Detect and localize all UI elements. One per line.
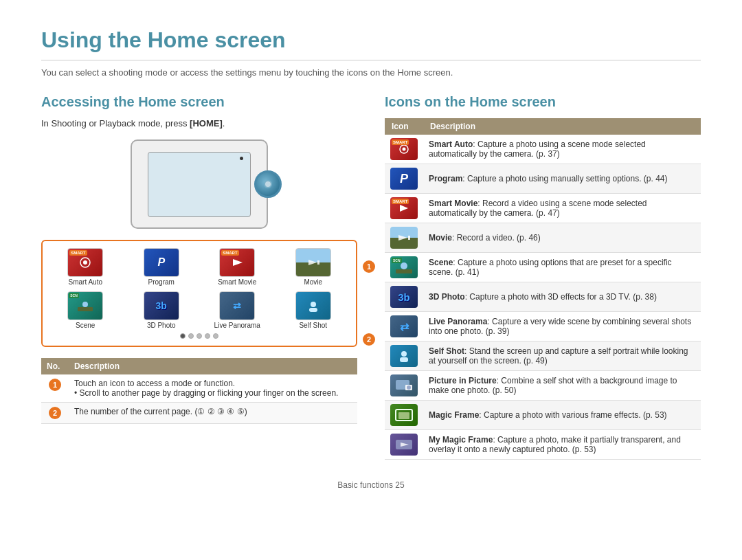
svg-rect-5: [78, 307, 93, 311]
icon-cell-smart-movie: SMART Smart Movie: [201, 248, 273, 286]
svg-point-7: [311, 302, 316, 307]
svg-point-10: [403, 148, 406, 151]
right-section: Icons on the Home screen Icon Descriptio…: [385, 94, 701, 460]
right-section-title: Icons on the Home screen: [385, 94, 701, 110]
home-screen-row2: SCN Scene 3b 3D Photo: [49, 291, 349, 329]
desc-pip: Picture in Picture: Combine a self shot …: [423, 371, 701, 401]
page-footer: Basic functions 25: [41, 480, 701, 490]
icon-cell-smart-auto: SMART Smart Auto: [49, 248, 122, 286]
svg-rect-13: [408, 236, 410, 240]
svg-rect-14: [396, 269, 412, 273]
desc-program: Program: Capture a photo using manually …: [423, 164, 701, 194]
desc-selfshot: Self Shot: Stand the screen up and captu…: [423, 341, 701, 371]
svg-point-16: [401, 351, 407, 357]
home-screen-row1: SMART Smart Auto P Program: [49, 248, 349, 286]
table-row: 3b 3D Photo: Capture a photo with 3D eff…: [385, 282, 701, 312]
camera-wheel: [254, 170, 282, 198]
desc-my-magic-frame: My Magic Frame: Capture a photo, make it…: [423, 430, 701, 460]
camera-screen: [148, 152, 251, 217]
icon-scene-img: SCN: [390, 256, 418, 278]
camera-wheel-inner: [264, 180, 272, 188]
row-num-1: 1: [41, 374, 69, 403]
table-row: SMART Smart Auto: Capture a photo using …: [385, 135, 701, 164]
icons-table-header-icon: Icon: [385, 118, 423, 135]
desc-scene: Scene: Capture a photo using options tha…: [423, 253, 701, 282]
icon-scene: SCN: [67, 291, 103, 320]
icon-label-smart-movie: Smart Movie: [218, 278, 256, 286]
icon-label-movie: Movie: [304, 278, 322, 286]
icons-table: Icon Description SMART Smart Auto: Captu…: [385, 118, 701, 460]
icon-selfshot: [295, 291, 331, 320]
icon-cell-panorama: ⇄ Live Panorama: [201, 291, 273, 329]
pagination-dots: [49, 333, 349, 339]
icon-program-img: P: [390, 168, 418, 190]
icon-label-3d: 3D Photo: [147, 322, 176, 329]
desc-panorama: Live Panorama: Capture a very wide scene…: [423, 312, 701, 341]
table-row: Picture in Picture: Combine a self shot …: [385, 371, 701, 401]
svg-marker-2: [233, 259, 243, 266]
svg-point-1: [83, 260, 87, 265]
table-row: SMART Smart Movie: Record a video using …: [385, 194, 701, 223]
desc-table-header-desc: Description: [69, 358, 357, 374]
icon-selfshot-img: [390, 345, 418, 367]
left-section: Accessing the Home screen In Shooting or…: [41, 94, 357, 424]
icon-cell-panorama: ⇄: [385, 312, 423, 341]
description-table: No. Description 1 Touch an icon to acces…: [41, 358, 357, 424]
icon-cell-scene: SCN: [385, 253, 423, 282]
left-section-title: Accessing the Home screen: [41, 94, 357, 110]
icon-cell-my-magic-frame: [385, 430, 423, 460]
svg-rect-8: [309, 308, 317, 312]
icon-cell-selfshot: [385, 341, 423, 371]
camera-body: [131, 139, 268, 229]
icon-3d: 3b: [144, 291, 179, 320]
icon-my-magic-frame-img: [390, 434, 418, 456]
row-desc-1: Touch an icon to access a mode or functi…: [69, 374, 357, 403]
table-row: SCN Scene: Capture a photo using options…: [385, 253, 701, 282]
icon-cell-selfshot: Self Shot: [278, 291, 350, 329]
callout-1: 1: [363, 260, 375, 273]
desc-movie: Movie: Record a video. (p. 46): [423, 223, 701, 253]
table-row: ⇄ Live Panorama: Capture a very wide sce…: [385, 312, 701, 341]
icon-cell-program: P: [385, 164, 423, 194]
svg-point-20: [407, 385, 411, 390]
icon-cell-3d: 3b 3D Photo: [126, 291, 198, 329]
desc-smart-auto: Smart Auto: Capture a photo using a scen…: [423, 135, 701, 164]
table-row: Magic Frame: Capture a photo with variou…: [385, 401, 701, 430]
callout-2: 2: [363, 333, 375, 346]
svg-marker-12: [398, 235, 407, 240]
icons-table-header-desc: Description: [423, 118, 701, 135]
row-desc-2: The number of the current page. (① ② ③ ④…: [69, 403, 357, 424]
row-num-2: 2: [41, 403, 69, 424]
icon-movie-img: [390, 227, 418, 249]
icon-cell-3d: 3b: [385, 282, 423, 312]
dot-5: [213, 333, 218, 339]
icon-label-program: Program: [148, 278, 175, 286]
icon-3d-img: 3b: [390, 286, 418, 308]
icon-movie: [295, 248, 331, 277]
footer-page-num: 25: [395, 480, 404, 490]
icon-program: P: [144, 248, 179, 277]
desc-3d: 3D Photo: Capture a photo with 3D effect…: [423, 282, 701, 312]
icon-cell-program: P Program: [126, 248, 198, 286]
dot-3: [196, 333, 202, 339]
dot-4: [205, 333, 210, 339]
icon-smart-movie: SMART: [219, 248, 255, 277]
desc-table-header-no: No.: [41, 358, 69, 374]
icon-cell-pip: [385, 371, 423, 401]
table-row: Self Shot: Stand the screen up and captu…: [385, 341, 701, 371]
dot-2: [188, 333, 194, 339]
svg-rect-4: [317, 260, 319, 265]
table-row: 1 Touch an icon to access a mode or func…: [41, 374, 357, 403]
page-subtitle: You can select a shooting mode or access…: [41, 67, 701, 78]
table-row: Movie: Record a video. (p. 46): [385, 223, 701, 253]
svg-point-6: [82, 302, 88, 307]
icon-cell-scene: SCN Scene: [49, 291, 122, 329]
table-row: P Program: Capture a photo using manuall…: [385, 164, 701, 194]
table-row: 2 The number of the current page. (① ② ③…: [41, 403, 357, 424]
icon-smart-auto: SMART: [67, 248, 103, 277]
table-row: My Magic Frame: Capture a photo, make it…: [385, 430, 701, 460]
icon-label-scene: Scene: [76, 322, 95, 329]
camera-illustration: [41, 139, 357, 229]
svg-marker-3: [308, 260, 317, 265]
svg-rect-17: [400, 357, 408, 362]
